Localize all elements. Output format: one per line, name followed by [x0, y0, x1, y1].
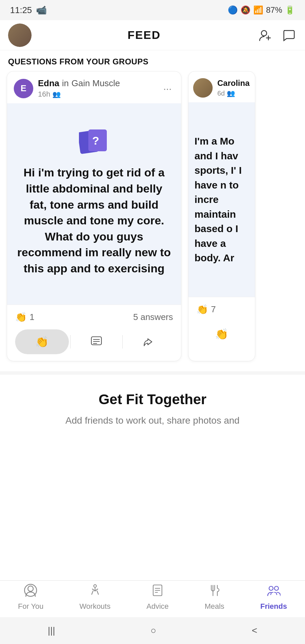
friends-icon: [267, 584, 280, 600]
nav-advice-label: Advice: [146, 602, 169, 611]
status-time: 11:25: [10, 5, 32, 15]
android-nav: ||| ○ <: [0, 617, 305, 644]
card1-group-preposition: in: [62, 78, 69, 89]
card1-time: 16h 👥: [38, 90, 156, 99]
clap-emoji-stat: 👏: [15, 312, 27, 323]
card1-more-button[interactable]: ···: [161, 82, 174, 96]
page-title: FEED: [128, 29, 161, 42]
camera-icon: 📹: [36, 5, 47, 15]
status-right: 🔵 🔕 📶 87% 🔋: [228, 5, 295, 15]
card1-clap-button[interactable]: 👏: [15, 329, 69, 354]
card1-content: ? Hi i'm trying to get rid of a little a…: [7, 103, 181, 305]
meals-icon: [208, 584, 221, 600]
card2-partial-text: I'm a Mo and I hav sports, I' I have n t…: [194, 134, 249, 265]
get-fit-subtitle: Add friends to work out, share photos an…: [10, 414, 295, 428]
nav-meals[interactable]: Meals: [198, 581, 231, 613]
android-menu-button[interactable]: |||: [48, 625, 55, 636]
nav-for-you-label: For You: [18, 602, 44, 611]
nav-meals-label: Meals: [205, 602, 224, 611]
card2-actions: 👏: [188, 318, 255, 353]
svg-text:?: ?: [92, 134, 99, 147]
nav-advice[interactable]: Advice: [140, 581, 175, 613]
signal-icon: 📶: [253, 5, 263, 15]
card1-comment-button[interactable]: [72, 330, 121, 354]
card2-time: 6d 👥: [217, 89, 250, 97]
action-divider-1: [70, 335, 71, 348]
workouts-icon: [88, 584, 102, 600]
android-back-button[interactable]: <: [252, 625, 257, 636]
nav-friends[interactable]: Friends: [254, 581, 294, 613]
nav-workouts[interactable]: Workouts: [73, 581, 117, 613]
card1-stats: 👏 1 5 answers: [7, 305, 181, 326]
header: FEED: [0, 20, 305, 50]
svg-point-0: [261, 31, 267, 36]
card2-content: I'm a Mo and I hav sports, I' I have n t…: [188, 102, 255, 297]
nav-for-you[interactable]: For You: [11, 581, 50, 613]
avatar-image: [8, 23, 32, 47]
advice-icon: [151, 584, 164, 600]
questions-scroll[interactable]: E Edna in Gain Muscle 16h 👥 ···: [0, 71, 305, 368]
battery-icon: 🔋: [285, 5, 295, 15]
svg-line-14: [92, 591, 93, 594]
header-actions: [257, 27, 297, 44]
card2-avatar: [193, 78, 213, 98]
card2-clap-stat: 👏 7: [197, 304, 216, 315]
card1-share-button[interactable]: [124, 330, 173, 354]
nav-workouts-label: Workouts: [79, 602, 111, 611]
card2-group-icon: 👥: [227, 89, 235, 97]
profile-avatar[interactable]: [8, 23, 32, 47]
card2-clap-button[interactable]: 👏: [197, 322, 247, 346]
battery-text: 87%: [266, 5, 282, 15]
bluetooth-icon: 🔵: [228, 5, 238, 15]
bottom-nav: For You Workouts Advice: [0, 580, 305, 617]
card2-user-info: Carolina 6d 👥: [217, 78, 250, 97]
svg-point-10: [28, 586, 33, 591]
question-icon: ?: [79, 128, 109, 155]
add-user-button[interactable]: [257, 27, 273, 44]
nav-friends-label: Friends: [260, 602, 287, 611]
card1-avatar: E: [14, 79, 33, 98]
section-label: QUESTIONS FROM YOUR GROUPS: [0, 50, 305, 71]
question-card-1: E Edna in Gain Muscle 16h 👥 ···: [7, 71, 181, 361]
group-icon: 👥: [52, 90, 61, 98]
for-you-icon: [24, 584, 37, 600]
status-bar: 11:25 📹 🔵 🔕 📶 87% 🔋: [0, 0, 305, 20]
volume-icon: 🔕: [241, 5, 251, 15]
card2-header: Carolina 6d 👥: [188, 71, 255, 102]
get-fit-title: Get Fit Together: [10, 391, 295, 408]
card1-user-info: Edna in Gain Muscle 16h 👥: [38, 78, 156, 99]
android-home-button[interactable]: ○: [150, 625, 156, 636]
card1-answers-stat: 5 answers: [133, 312, 173, 322]
svg-point-24: [274, 586, 278, 590]
card1-clap-stat: 👏 1: [15, 312, 34, 323]
status-left: 11:25 📹: [10, 5, 47, 15]
card1-actions: 👏: [7, 326, 181, 361]
svg-point-23: [269, 586, 273, 590]
get-fit-section: Get Fit Together Add friends to work out…: [0, 371, 305, 438]
card1-username: Edna in Gain Muscle: [38, 78, 156, 89]
card1-question-text: Hi i'm trying to get rid of a little abd…: [17, 165, 171, 276]
chat-button[interactable]: [280, 27, 297, 44]
card1-header: E Edna in Gain Muscle 16h 👥 ···: [7, 71, 181, 103]
svg-line-15: [97, 591, 98, 594]
card1-group-name: Gain Muscle: [72, 78, 120, 89]
question-card-2: Carolina 6d 👥 I'm a Mo and I hav sports,…: [188, 71, 255, 361]
svg-point-12: [94, 585, 96, 587]
card2-username: Carolina: [217, 78, 250, 88]
action-divider-2: [122, 335, 123, 348]
card2-stats: 👏 7: [188, 297, 255, 318]
